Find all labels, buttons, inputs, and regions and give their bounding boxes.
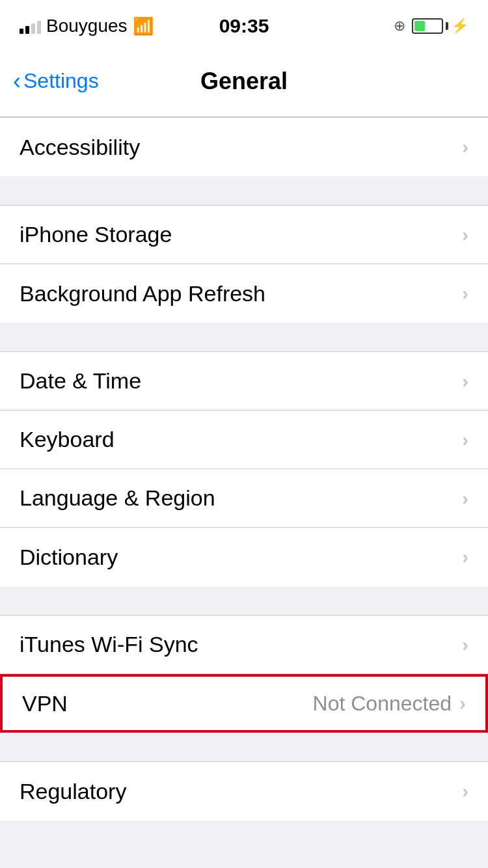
vpn-status-value: Not Connected [313,692,452,716]
language-region-label: Language & Region [20,485,462,511]
background-app-refresh-label: Background App Refresh [20,281,462,306]
settings-group-2: iPhone Storage › Background App Refresh … [0,205,488,323]
back-chevron-icon: ‹ [13,70,21,93]
status-left: Bouygues 📶 [20,16,154,36]
carrier-name: Bouygues [46,16,128,36]
signal-bar-1 [20,29,23,34]
back-button[interactable]: ‹ Settings [13,69,99,93]
settings-group-4: iTunes Wi-Fi Sync › VPN Not Connected › [0,615,488,733]
vpn-row[interactable]: VPN Not Connected › [0,674,488,733]
status-bar: Bouygues 📶 09:35 ⊕ ⚡ [0,0,488,52]
language-region-chevron-icon: › [462,487,468,509]
group-spacer-2 [0,323,488,351]
nav-bar: ‹ Settings General [0,52,488,117]
itunes-wifi-sync-row[interactable]: iTunes Wi-Fi Sync › [0,616,488,674]
dictionary-chevron-icon: › [462,546,468,568]
group-spacer-3 [0,586,488,615]
battery-body [412,18,443,34]
itunes-wifi-sync-chevron-icon: › [462,634,468,656]
back-button-label: Settings [23,69,99,93]
group-spacer-1 [0,176,488,205]
battery-tip [446,22,448,30]
charging-bolt-icon: ⚡ [451,18,468,34]
accessibility-row[interactable]: Accessibility › [0,118,488,176]
wifi-icon: 📶 [133,16,154,36]
dictionary-label: Dictionary [20,545,462,570]
battery-fill [414,21,425,31]
settings-group-5: Regulatory › [0,761,488,821]
group-spacer-4 [0,733,488,761]
page-title: General [200,68,288,95]
keyboard-label: Keyboard [20,427,462,452]
signal-bar-4 [37,21,41,34]
iphone-storage-label: iPhone Storage [20,222,462,247]
regulatory-label: Regulatory [20,779,462,804]
group-spacer-bottom [0,821,488,849]
signal-bars [20,18,41,34]
accessibility-label: Accessibility [20,135,462,160]
signal-bar-3 [31,23,35,34]
date-time-row[interactable]: Date & Time › [0,352,488,411]
vpn-label: VPN [22,691,313,716]
accessibility-chevron-icon: › [462,136,468,158]
iphone-storage-chevron-icon: › [462,224,468,246]
status-right: ⊕ ⚡ [394,18,468,34]
battery-container: ⚡ [412,18,468,34]
background-app-refresh-row[interactable]: Background App Refresh › [0,264,488,323]
settings-content: Accessibility › iPhone Storage › Backgro… [0,117,488,849]
lock-rotation-icon: ⊕ [394,18,405,34]
date-time-label: Date & Time [20,368,462,394]
settings-group-1: Accessibility › [0,117,488,176]
itunes-wifi-sync-label: iTunes Wi-Fi Sync [20,632,462,657]
language-region-row[interactable]: Language & Region › [0,469,488,528]
signal-bar-2 [25,26,29,34]
date-time-chevron-icon: › [462,370,468,392]
settings-group-3: Date & Time › Keyboard › Language & Regi… [0,351,488,586]
vpn-chevron-icon: › [459,692,466,714]
regulatory-chevron-icon: › [462,780,468,802]
dictionary-row[interactable]: Dictionary › [0,528,488,586]
iphone-storage-row[interactable]: iPhone Storage › [0,206,488,264]
status-time: 09:35 [219,15,269,37]
keyboard-row[interactable]: Keyboard › [0,411,488,469]
background-app-refresh-chevron-icon: › [462,282,468,305]
keyboard-chevron-icon: › [462,429,468,451]
regulatory-row[interactable]: Regulatory › [0,762,488,821]
